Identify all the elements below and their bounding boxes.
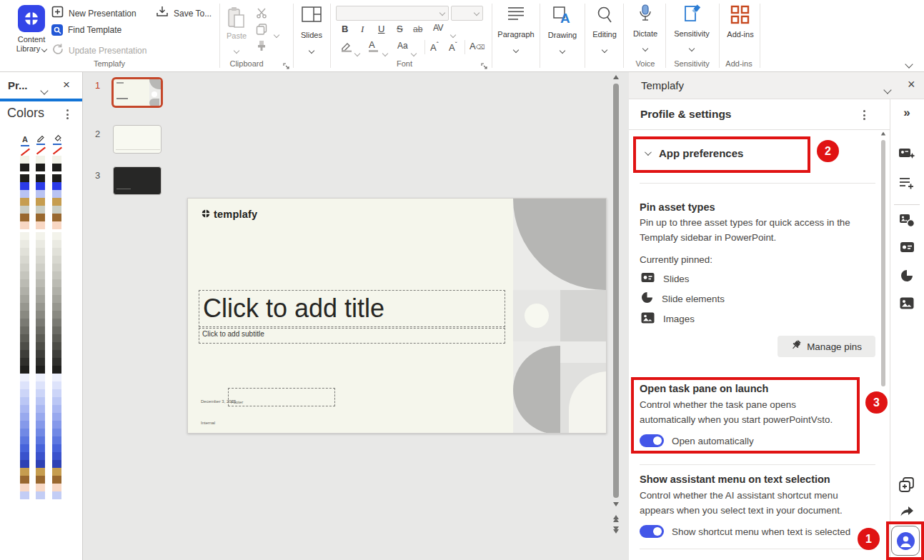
sensitivity-button[interactable]: Sensitivity (669, 4, 715, 54)
colors-pane-collapse-chevron[interactable] (41, 84, 47, 96)
copy-dropdown-chevron[interactable] (274, 27, 279, 40)
color-swatch[interactable] (36, 214, 45, 221)
color-swatch[interactable] (20, 326, 29, 334)
expand-pane-button[interactable]: » (890, 106, 924, 120)
color-swatch[interactable] (52, 214, 61, 221)
color-swatch[interactable] (20, 295, 29, 303)
color-swatch[interactable] (36, 358, 45, 366)
color-swatch[interactable] (20, 190, 29, 198)
color-swatch[interactable] (20, 476, 29, 484)
clipboard-dialog-launcher-icon[interactable] (283, 60, 290, 73)
color-swatch[interactable] (52, 206, 61, 214)
update-presentation-button[interactable]: Update Presentation (51, 43, 146, 58)
color-swatch[interactable] (52, 476, 61, 484)
color-swatch[interactable] (36, 271, 45, 279)
color-swatch[interactable] (36, 381, 45, 389)
color-swatch[interactable] (52, 421, 61, 429)
color-swatch[interactable] (36, 334, 45, 342)
color-swatch[interactable] (52, 381, 61, 389)
shortcut-menu-toggle[interactable] (640, 525, 664, 538)
color-swatch[interactable] (52, 468, 61, 476)
color-swatch[interactable] (52, 405, 61, 413)
color-swatch[interactable] (52, 366, 61, 374)
color-swatch[interactable] (52, 444, 61, 452)
color-swatch[interactable] (52, 303, 61, 311)
color-swatch[interactable] (36, 206, 45, 214)
color-swatch[interactable] (36, 436, 45, 444)
color-swatch[interactable] (20, 405, 29, 413)
color-swatch[interactable] (20, 221, 29, 229)
slide-thumbnail-3[interactable] (113, 166, 162, 195)
font-size-select[interactable] (451, 6, 483, 21)
color-swatch[interactable] (20, 311, 29, 319)
share-button[interactable] (890, 506, 924, 518)
change-case-chevron[interactable] (412, 46, 416, 59)
change-case-button[interactable]: Aa (397, 41, 408, 51)
color-swatch[interactable] (36, 182, 45, 190)
grow-font-button[interactable]: Aˆ (430, 41, 439, 53)
color-swatch[interactable] (20, 460, 29, 468)
character-spacing-chevron[interactable] (451, 27, 455, 40)
color-swatch[interactable] (20, 256, 29, 264)
color-swatch[interactable] (52, 397, 61, 405)
clear-formatting-button[interactable]: A⌫ (470, 41, 485, 51)
color-swatch[interactable] (36, 311, 45, 319)
color-swatch[interactable] (20, 491, 29, 499)
find-template-button[interactable]: Find Template (51, 24, 121, 36)
pane-scrollbar[interactable] (879, 131, 888, 560)
color-swatch[interactable] (52, 334, 61, 342)
color-swatch[interactable] (36, 374, 45, 381)
color-swatch[interactable] (20, 366, 29, 374)
text-shadow-button[interactable]: ab (413, 24, 422, 34)
editing-button[interactable]: Editing (586, 6, 623, 55)
templafy-pane-close-icon[interactable]: × (908, 77, 915, 92)
color-swatch[interactable] (20, 174, 29, 182)
list-add-button[interactable] (890, 176, 924, 190)
color-swatch[interactable] (36, 429, 45, 436)
duplicate-add-button[interactable] (890, 477, 924, 492)
color-swatch[interactable] (20, 156, 29, 164)
color-swatch[interactable] (36, 468, 45, 476)
color-swatch[interactable] (52, 484, 61, 491)
color-swatch[interactable] (36, 421, 45, 429)
color-swatch[interactable] (52, 164, 61, 171)
paragraph-button[interactable]: Paragraph (495, 6, 537, 55)
footer-placeholder[interactable]: Footer (228, 388, 335, 406)
drawing-button[interactable]: A Drawing (542, 6, 583, 56)
italic-button[interactable]: I (361, 24, 364, 35)
dictate-button[interactable]: Dictate (627, 4, 663, 54)
color-swatch[interactable] (20, 358, 29, 366)
color-swatch[interactable] (20, 287, 29, 295)
slide-assistant-button[interactable] (890, 146, 924, 161)
highlight-pen-chevron[interactable] (355, 46, 359, 59)
open-automatically-toggle[interactable] (640, 434, 664, 447)
color-swatch[interactable] (36, 342, 45, 350)
color-swatch[interactable] (52, 436, 61, 444)
color-swatch[interactable] (36, 452, 45, 460)
strikethrough-button[interactable]: S (397, 24, 403, 34)
color-swatch[interactable] (20, 413, 29, 421)
bold-button[interactable]: B (342, 24, 348, 34)
slide-thumbnail-2[interactable] (113, 125, 162, 154)
color-swatch[interactable] (52, 287, 61, 295)
underline-button[interactable]: U (378, 24, 384, 34)
image-assets-button[interactable] (890, 214, 924, 227)
color-swatch[interactable] (52, 389, 61, 397)
color-swatch[interactable] (52, 156, 61, 164)
color-swatch[interactable] (36, 326, 45, 334)
manage-pins-button[interactable]: Manage pins (778, 336, 875, 357)
color-swatch[interactable] (52, 232, 61, 240)
color-swatch[interactable] (36, 256, 45, 264)
color-swatch[interactable] (20, 206, 29, 214)
color-swatch[interactable] (52, 221, 61, 229)
color-swatch[interactable] (20, 271, 29, 279)
color-swatch[interactable] (52, 198, 61, 206)
color-swatch[interactable] (20, 389, 29, 397)
shrink-font-button[interactable]: Aˇ (449, 41, 457, 53)
font-color-chevron[interactable] (383, 46, 387, 59)
color-swatch[interactable] (52, 326, 61, 334)
format-painter-button[interactable] (256, 40, 267, 54)
title-placeholder[interactable]: Click to add title (199, 290, 505, 327)
color-swatch[interactable] (52, 174, 61, 182)
color-swatch[interactable] (36, 221, 45, 229)
